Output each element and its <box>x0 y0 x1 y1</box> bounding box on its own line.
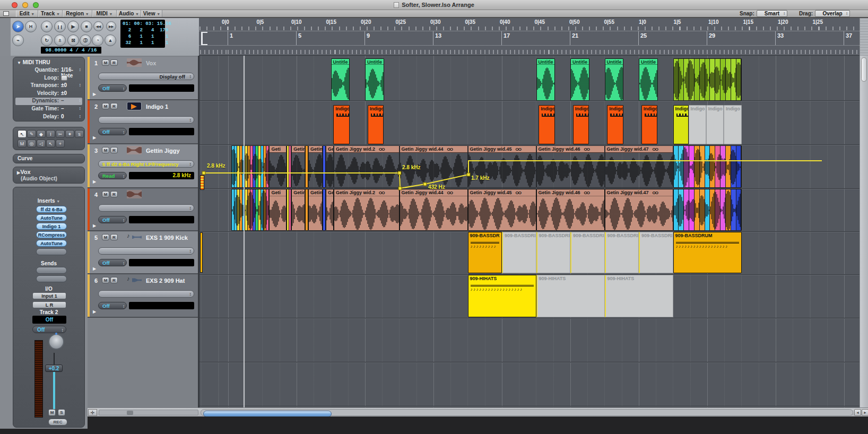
cycle-button[interactable]: ↻ <box>41 34 53 46</box>
track-header-2[interactable]: 2MRIndigo 1↕Off↕▶ <box>88 100 199 144</box>
insert-slot-6[interactable] <box>36 248 67 255</box>
insert-slot-1[interactable]: ff d2 6-Ba <box>36 206 67 213</box>
track-mute-button[interactable]: M <box>102 277 109 283</box>
eraser-icon[interactable]: ◆ <box>37 130 46 138</box>
region-slice[interactable] <box>237 146 239 187</box>
region-getin-jiggy-wid.46[interactable]: Getin Jiggy wid.46OO <box>536 145 605 188</box>
region-indigo[interactable]: Indigo <box>607 105 623 144</box>
disclosure-right-icon[interactable]: ▶ <box>93 223 96 228</box>
solo-tool-icon[interactable]: s <box>75 130 84 138</box>
region-slice[interactable] <box>700 59 705 100</box>
region-slice[interactable] <box>674 146 679 187</box>
region-slice[interactable] <box>700 146 705 187</box>
region-indigo[interactable]: Indigo <box>689 105 706 144</box>
region-slice[interactable] <box>679 189 683 230</box>
mute-tool-icon[interactable]: M <box>18 140 27 147</box>
midi-thru-loop[interactable]: Loop: <box>15 75 82 82</box>
track-mute-button[interactable]: M <box>102 147 109 153</box>
region-909-hihats[interactable]: 909-HIHATS <box>536 275 605 317</box>
metronome-button[interactable]: ▲ <box>105 34 116 46</box>
rewind-button[interactable]: ◀◀ <box>93 21 103 31</box>
region-slice[interactable] <box>674 59 679 100</box>
region-slice[interactable] <box>266 189 268 230</box>
region-indigo[interactable]: Indigo <box>706 105 724 144</box>
region-slice[interactable] <box>323 146 325 187</box>
region-slice[interactable] <box>237 189 239 230</box>
scissors-icon[interactable]: ✂ <box>56 130 65 138</box>
disclosure-right-icon[interactable]: ▶ <box>93 179 96 184</box>
region-909-hihats[interactable]: 909-HIHATS♪♪♪♪♪♪♪♪♪♪♪♪♪♪♪♪♪♪ <box>468 275 536 317</box>
region-slice[interactable] <box>700 189 705 230</box>
region-slice[interactable] <box>256 189 258 230</box>
object-info-box[interactable]: ▶Vox (Audio Object) <box>13 167 85 184</box>
region-slice[interactable] <box>736 146 741 187</box>
volume-fader[interactable]: +0.2 <box>45 364 63 372</box>
midi-thru-dynamics[interactable]: Dynamics:–↕ <box>15 98 82 105</box>
region-slice[interactable] <box>695 59 699 100</box>
insert-slot-5[interactable]: AutoTune <box>36 240 67 247</box>
region-getin-jiggy-wid.2[interactable]: Getin Jiggy wid.2OO <box>334 145 400 188</box>
region-geti[interactable]: Geti <box>269 145 286 188</box>
disclosure-right-icon[interactable]: ▶ <box>93 309 96 314</box>
track-record-button[interactable]: R <box>110 59 118 66</box>
region-slice[interactable] <box>731 189 736 230</box>
region-slice[interactable] <box>253 189 255 230</box>
scroll-right-icon[interactable]: ▸ <box>862 409 868 416</box>
region-slice[interactable] <box>679 59 683 100</box>
region-slices[interactable] <box>673 189 742 231</box>
region-slice[interactable] <box>715 59 720 100</box>
vertical-scrollbar-thumb[interactable] <box>861 57 867 82</box>
region-slice[interactable] <box>726 59 731 100</box>
region-slice[interactable] <box>250 189 253 230</box>
automation-mode-dropdown[interactable]: Off↕ <box>98 128 127 135</box>
region-getin-jiggy-wid.45[interactable]: Getin Jiggy wid.45OO <box>468 145 536 188</box>
region-slices[interactable] <box>673 145 742 188</box>
region-slice[interactable] <box>710 59 715 100</box>
midi-thru-gatetime[interactable]: Gate Time:–↕ <box>15 106 82 113</box>
region-slice[interactable] <box>721 146 725 187</box>
disclosure-right-icon[interactable]: ▶ <box>93 266 96 271</box>
region-slice[interactable] <box>705 59 710 100</box>
region-getin[interactable]: Getin <box>326 189 334 231</box>
track-mute-button[interactable]: M <box>102 191 109 197</box>
region-slice[interactable] <box>232 146 234 187</box>
automation-mode-dropdown[interactable]: Off↕ <box>98 302 127 309</box>
replace-button[interactable]: ⊠ <box>67 34 79 46</box>
region-indigo[interactable]: Indigo <box>724 105 742 144</box>
mini-scrollbar-thumb[interactable] <box>127 411 133 415</box>
menu-edit[interactable]: Edit ▼ <box>16 10 38 17</box>
region-slice[interactable] <box>261 189 263 230</box>
region-slice[interactable] <box>684 189 689 230</box>
region-getin[interactable]: Getin <box>308 189 323 231</box>
track-display[interactable]: Off <box>32 316 66 324</box>
region-getin-jiggy-wid.44[interactable]: Getin Jiggy wid.44OO <box>400 189 468 231</box>
region-slice[interactable] <box>689 146 694 187</box>
region-909-bassdrum[interactable]: 909-BASSDRUM♪♪♪♪♪♪♪♪♪♪♪♪♪♪♪♪♪♪ <box>673 232 742 273</box>
glue-icon[interactable]: ✦ <box>65 130 74 138</box>
region-slice[interactable] <box>684 59 689 100</box>
region-slice[interactable] <box>235 146 237 187</box>
tempo-display[interactable]: 98.0000 4 / 4 /16 <box>41 47 101 54</box>
region-slice[interactable] <box>287 189 289 230</box>
track-mute-button[interactable]: M <box>102 234 109 240</box>
track-record-button[interactable]: R <box>110 277 118 283</box>
track-record-button[interactable]: R <box>110 234 118 240</box>
midi-thru-quantize[interactable]: Quantize:1/16-Note↕ <box>15 67 82 74</box>
crosshair-icon[interactable]: + <box>56 140 65 147</box>
region-indigo[interactable]: Indigo <box>333 105 350 144</box>
region-slice[interactable] <box>731 59 736 100</box>
menu-region[interactable]: Region ▼ <box>63 10 92 17</box>
region-slice[interactable] <box>715 146 720 187</box>
region-slice[interactable] <box>235 189 237 230</box>
track-selector-dropdown[interactable]: 5 ff d2 6-Ba Right LP/Frequency↕ <box>98 160 194 168</box>
automation-mode-selector[interactable]: Off↕ <box>32 326 66 333</box>
pointer-icon[interactable]: ↖ <box>18 130 27 138</box>
track-mute-button[interactable]: M <box>102 59 109 66</box>
region-slice[interactable] <box>731 146 736 187</box>
menu-midi[interactable]: MIDI ▼ <box>92 10 117 17</box>
region-909-bassdri[interactable]: 909-BASSDRI <box>605 232 639 273</box>
region-slice[interactable] <box>245 146 247 187</box>
region-getin[interactable]: Getin <box>308 145 323 188</box>
region-909-hihats[interactable]: 909-HIHATS <box>605 275 673 317</box>
crossfade-icon[interactable]: ◁ <box>37 140 46 147</box>
